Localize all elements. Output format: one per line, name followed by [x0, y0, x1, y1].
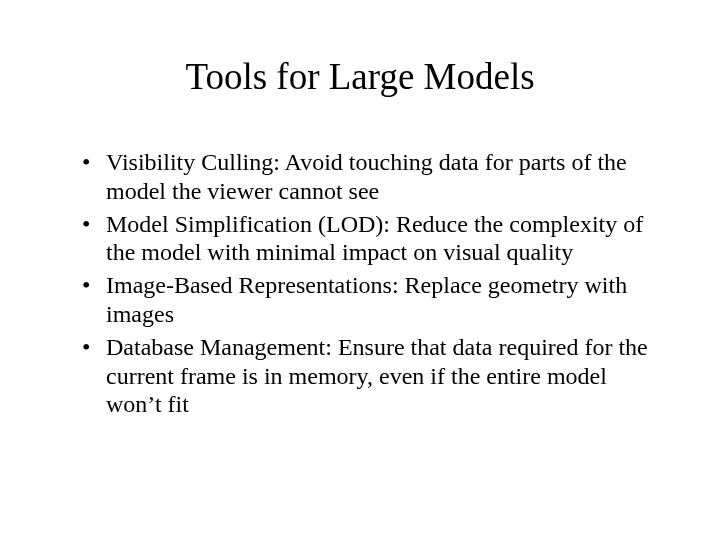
list-item: Visibility Culling: Avoid touching data …: [88, 148, 660, 206]
list-item: Database Management: Ensure that data re…: [88, 333, 660, 419]
list-item: Model Simplification (LOD): Reduce the c…: [88, 210, 660, 268]
list-item: Image-Based Representations: Replace geo…: [88, 271, 660, 329]
slide-title: Tools for Large Models: [60, 55, 660, 98]
bullet-list: Visibility Culling: Avoid touching data …: [60, 148, 660, 419]
